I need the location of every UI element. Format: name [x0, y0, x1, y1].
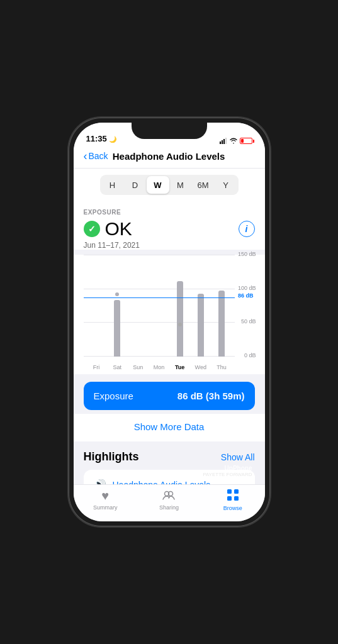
exp-card-value: 86 dB (3h 59m) [177, 391, 245, 401]
notch [132, 123, 207, 139]
status-time: 11:35 [86, 134, 107, 144]
moon-icon: 🌙 [109, 136, 116, 143]
bar-col-tue [169, 255, 190, 357]
sharing-label: Sharing [159, 504, 179, 511]
x-axis: Fri Sat Sun Mon Tue Wed Thu [84, 364, 235, 370]
bar-col-sat [107, 255, 128, 357]
phone-outer: 11:35 🌙 [69, 118, 270, 526]
watermark-line2: PAYETTE FORWARD [203, 472, 252, 477]
exposure-status-row: ✓ OK i [84, 218, 255, 240]
x-label-tue: Tue [169, 364, 190, 370]
bar-col-sun [128, 255, 149, 357]
status-icons [220, 138, 252, 144]
highlights-header: Highlights Show All [84, 450, 255, 464]
summary-icon: ♥ [101, 489, 109, 503]
seg-m[interactable]: M [169, 176, 192, 194]
svg-rect-8 [227, 496, 232, 501]
svg-rect-6 [227, 489, 232, 494]
bar-col-mon [149, 255, 169, 357]
threshold-line: 86 dB [84, 297, 235, 299]
chart-container: 150 dB 100 dB 50 dB 0 dB [74, 255, 265, 374]
phone-inner: 11:35 🌙 [74, 123, 265, 521]
nav-header: ‹ Back Headphone Audio Levels [74, 147, 265, 169]
bar-sat-dot [115, 292, 119, 296]
bar-tue-dot [178, 323, 182, 326]
exp-card-label: Exposure [94, 391, 133, 401]
battery-icon [240, 138, 252, 144]
svg-rect-3 [225, 138, 227, 144]
signal-icon [220, 138, 227, 144]
green-check-icon: ✓ [84, 221, 100, 237]
x-label-fri: Fri [86, 364, 107, 370]
browse-label: Browse [223, 505, 242, 511]
grid-label-50: 50 dB [241, 318, 256, 325]
ok-status: OK [105, 218, 132, 240]
tab-summary[interactable]: ♥ Summary [74, 489, 137, 511]
highlights-title: Highlights [84, 450, 139, 464]
svg-rect-9 [234, 496, 239, 501]
seg-6m[interactable]: 6M [192, 176, 215, 194]
highlights-section: Highlights Show All 🔊 Headphone Audio Le… [74, 441, 265, 484]
watermark-line1: UpPhone [203, 465, 252, 472]
wifi-icon [230, 138, 237, 144]
x-label-thu: Thu [211, 364, 232, 370]
seg-d[interactable]: D [124, 176, 147, 194]
exposure-label: EXPOSURE [84, 209, 255, 216]
bar-thu-tall [218, 291, 225, 357]
svg-rect-0 [220, 142, 221, 144]
grid-label-100: 100 dB [238, 285, 256, 291]
show-more-container: Show More Data [74, 414, 265, 441]
exposure-left: ✓ OK [84, 218, 132, 240]
bar-tue-tall [177, 281, 183, 357]
sharing-icon [162, 489, 175, 503]
highlight-card-text: Headphone Audio Levels [113, 480, 211, 485]
bar-col-wed [190, 255, 211, 357]
tab-bar: ♥ Summary Sharing [74, 484, 265, 521]
show-all-button[interactable]: Show All [221, 452, 255, 462]
svg-rect-1 [222, 140, 223, 144]
bar-sat-tall [114, 300, 120, 357]
date-range: Jun 11–17, 2021 [84, 241, 255, 250]
bar-col-fri [86, 255, 107, 357]
summary-label: Summary [93, 504, 118, 511]
exposure-section: EXPOSURE ✓ OK i Jun 11–17, 2021 [74, 201, 265, 250]
show-more-button[interactable]: Show More Data [134, 421, 205, 432]
threshold-label: 86 dB [238, 292, 254, 299]
seg-h[interactable]: H [101, 176, 124, 194]
svg-rect-7 [234, 489, 239, 494]
watermark: UpPhone PAYETTE FORWARD [203, 465, 252, 477]
time-segment-control: H D W M 6M Y [74, 169, 265, 201]
scroll-content[interactable]: H D W M 6M Y EXPOSURE ✓ OK i [74, 169, 265, 484]
chart-area: 150 dB 100 dB 50 dB 0 dB [84, 255, 255, 374]
tab-sharing[interactable]: Sharing [137, 489, 201, 511]
x-label-wed: Wed [190, 364, 211, 370]
grid-label-0: 0 dB [244, 352, 256, 358]
tab-browse[interactable]: Browse [201, 489, 264, 511]
x-label-mon: Mon [149, 364, 169, 370]
x-label-sat: Sat [107, 364, 128, 370]
seg-y[interactable]: Y [215, 176, 237, 194]
x-label-sun: Sun [128, 364, 149, 370]
bars-area [84, 255, 235, 357]
bar-col-thu [211, 255, 232, 357]
info-button[interactable]: i [239, 221, 255, 237]
exposure-card: Exposure 86 dB (3h 59m) [84, 382, 255, 410]
svg-rect-2 [223, 139, 225, 144]
bar-wed-dot [199, 345, 203, 349]
grid-label-150: 150 dB [238, 251, 256, 257]
info-icon-symbol: i [245, 224, 248, 234]
ear-icon: 🔊 [94, 479, 106, 484]
browse-icon [227, 489, 239, 504]
nav-title: Headphone Audio Levels [83, 151, 255, 162]
seg-w[interactable]: W [147, 176, 169, 194]
